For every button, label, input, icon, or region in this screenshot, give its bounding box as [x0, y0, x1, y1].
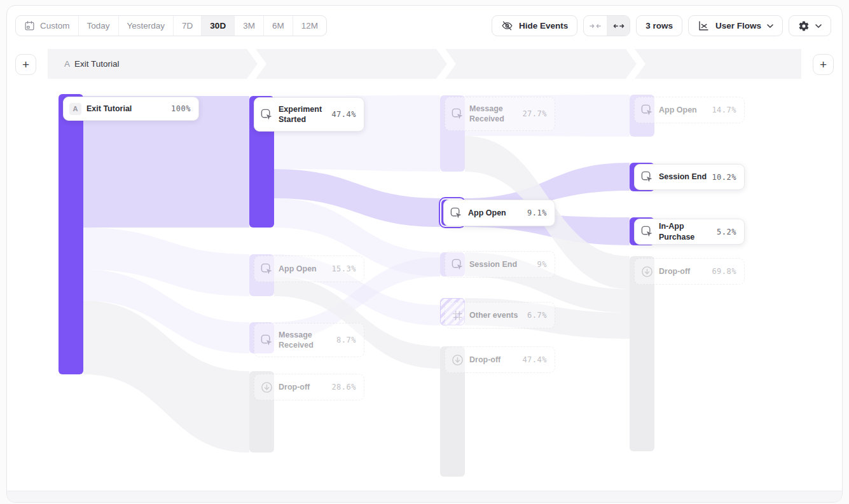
window-frame [6, 5, 843, 503]
date-range-group: CustomTodayYesterday7D30D3M6M12M [15, 15, 327, 36]
node-card-message-received-col3[interactable]: Message Received27.7% [445, 97, 555, 131]
flow-step-label: A Exit Tutorial [48, 49, 258, 79]
date-range-3m[interactable]: 3M [234, 16, 263, 36]
drop-off-icon [260, 381, 273, 394]
step-prefix: A [64, 59, 70, 69]
flow-step-segment-4[interactable] [635, 49, 801, 79]
date-range-label: 6M [272, 21, 284, 31]
event-click-icon [451, 258, 464, 271]
node-label: In-App Purchase [659, 221, 712, 242]
event-click-icon [451, 107, 464, 121]
view-toolbar: Hide Events 3 rows User [492, 15, 831, 36]
rows-button[interactable]: 3 rows [636, 15, 682, 36]
node-value: 47.4% [331, 110, 356, 119]
date-range-7d[interactable]: 7D [173, 16, 201, 36]
node-label: Other events [469, 310, 522, 320]
step-letter-badge: A [69, 103, 81, 115]
arrows-inward-icon [590, 22, 601, 30]
plus-icon: + [820, 58, 827, 71]
flow-step-segment-2[interactable] [256, 49, 447, 79]
calendar-icon [24, 20, 35, 31]
date-range-label: 12M [301, 21, 318, 31]
node-value: 69.8% [712, 267, 736, 276]
node-label: Drop-off [469, 355, 517, 365]
date-range-30d[interactable]: 30D [201, 16, 234, 36]
node-card-session-end-col4[interactable]: Session End10.2% [634, 164, 745, 190]
flow-step-segment-1[interactable]: A Exit Tutorial [48, 49, 258, 79]
date-range-label: 3M [243, 21, 255, 31]
node-value: 28.6% [331, 383, 356, 392]
expand-columns-button[interactable] [607, 16, 630, 36]
eye-off-icon [501, 20, 513, 32]
event-click-icon [260, 334, 273, 347]
date-range-yesterday[interactable]: Yesterday [118, 16, 174, 36]
node-card-session-end-col3[interactable]: Session End9% [445, 251, 555, 278]
node-label: App Open [468, 208, 522, 218]
node-value: 27.7% [522, 109, 547, 118]
node-value: 9% [537, 260, 547, 269]
node-label: Session End [469, 259, 532, 269]
event-click-icon [260, 262, 273, 276]
node-value: 10.2% [712, 173, 736, 182]
collapse-columns-button[interactable] [584, 16, 607, 36]
node-label: Session End [659, 172, 707, 182]
add-step-right-button[interactable]: + [813, 54, 834, 75]
node-card-exit-tutorial-col1[interactable]: AExit Tutorial100% [63, 97, 199, 121]
node-card-drop-off-col2[interactable]: Drop-off28.6% [254, 374, 364, 400]
drop-off-icon [640, 265, 654, 278]
node-card-drop-off-col3[interactable]: Drop-off47.4% [445, 346, 555, 373]
node-value: 100% [171, 104, 191, 113]
node-label: Exit Tutorial [86, 104, 166, 114]
node-value: 5.2% [717, 228, 736, 236]
date-range-label: Today [87, 21, 110, 31]
hide-events-button[interactable]: Hide Events [492, 15, 577, 36]
node-label: App Open [279, 264, 326, 274]
date-range-toolbar: CustomTodayYesterday7D30D3M6M12M [15, 15, 327, 36]
arrows-outward-icon [613, 22, 625, 30]
view-selector-label: User Flows [715, 21, 761, 31]
event-click-icon [450, 207, 463, 220]
event-click-icon [640, 104, 654, 117]
add-step-left-button[interactable]: + [15, 54, 36, 75]
hide-events-label: Hide Events [519, 21, 568, 31]
node-label: App Open [659, 105, 707, 115]
node-card-drop-off-col4[interactable]: Drop-off69.8% [634, 258, 745, 285]
node-card-app-open-col2[interactable]: App Open15.3% [254, 255, 364, 282]
node-card-other-events-col3[interactable]: Other events6.7% [445, 302, 555, 329]
chevron-down-icon [815, 24, 822, 28]
node-card-app-open-col4[interactable]: App Open14.7% [634, 97, 745, 123]
date-range-12m[interactable]: 12M [293, 16, 326, 36]
node-value: 6.7% [527, 311, 547, 320]
flow-chart-icon [698, 20, 710, 32]
node-card-message-received-col2[interactable]: Message Received8.7% [254, 323, 364, 357]
column-width-toggle [583, 15, 630, 36]
date-range-label: Yesterday [127, 21, 165, 31]
settings-button[interactable] [789, 15, 831, 36]
node-label: Message Received [469, 104, 517, 125]
node-card-experiment-started-col2[interactable]: Experiment Started47.4% [254, 97, 364, 132]
date-range-custom[interactable]: Custom [16, 16, 78, 36]
node-label: Message Received [279, 330, 331, 351]
node-value: 9.1% [527, 208, 547, 217]
node-card-app-open-col3[interactable]: App Open9.1% [443, 200, 555, 226]
node-value: 14.7% [712, 106, 736, 114]
flow-step-segment-3[interactable] [445, 49, 637, 79]
step-title: Exit Tutorial [74, 59, 120, 69]
date-range-6m[interactable]: 6M [263, 16, 293, 36]
grid-icon [451, 309, 464, 322]
node-label: Experiment Started [279, 104, 326, 125]
event-click-icon [640, 170, 654, 184]
date-range-label: Custom [40, 21, 70, 31]
event-click-icon [640, 225, 654, 238]
node-value: 8.7% [336, 336, 356, 344]
event-click-icon [260, 108, 273, 121]
node-label: Drop-off [279, 382, 326, 392]
plus-icon: + [22, 58, 29, 71]
node-bar-exit-tutorial-col1[interactable] [59, 94, 83, 374]
horizontal-scrollbar[interactable] [7, 491, 842, 502]
node-card-in-app-purchase-col4[interactable]: In-App Purchase5.2% [634, 219, 745, 245]
node-label: Drop-off [659, 266, 707, 276]
date-range-today[interactable]: Today [78, 16, 118, 36]
node-bar-drop-off-col4[interactable] [630, 256, 654, 451]
view-selector-button[interactable]: User Flows [688, 15, 783, 36]
